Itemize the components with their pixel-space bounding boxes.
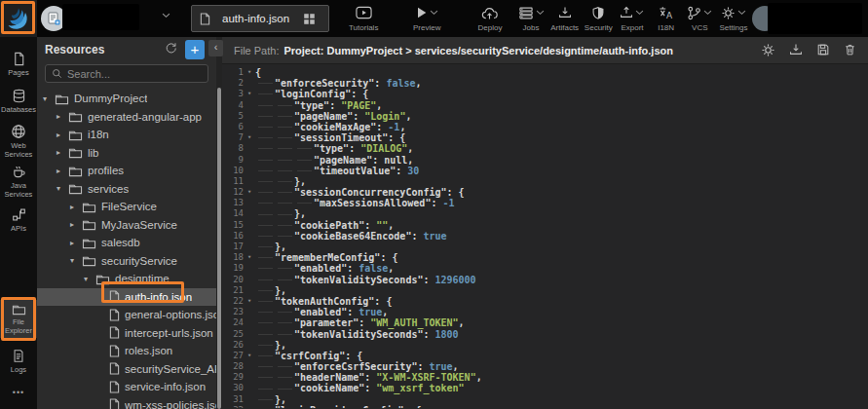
tree-expander-icon[interactable]: ▾ (70, 256, 82, 265)
tree-expander-icon[interactable]: ▸ (70, 220, 82, 229)
code-line: 6"cookieMaxAge": -1, (222, 122, 868, 132)
indent-guide (255, 361, 275, 372)
coffee-icon (12, 165, 26, 179)
file-icon (109, 326, 120, 339)
branch-icon (687, 6, 701, 20)
grid-icon[interactable] (303, 13, 316, 25)
sidebar-item-java-services[interactable]: Java Services (0, 162, 37, 202)
tree-item-label: salesdb (101, 237, 140, 248)
topbar-action-i18n[interactable]: AI18N (652, 4, 681, 32)
tree-expander-icon[interactable]: ▸ (57, 167, 68, 175)
fold-marker-icon[interactable]: ▾ (244, 89, 255, 99)
topbar-action-vcs[interactable]: VCS (685, 4, 714, 32)
topbar-action-artifacts[interactable]: Artifacts (550, 4, 580, 32)
topbar-action-settings[interactable]: Settings (719, 4, 748, 32)
topbar-action-group-left: TutorialsPreviewDeploy (349, 4, 505, 32)
tree-file-wm-xss-policies-json[interactable]: wm-xss-policies.json (37, 396, 216, 409)
indent-guide (275, 100, 294, 111)
topbar-action-label: Security (585, 23, 613, 32)
tree-folder-designtime[interactable]: ▾designtime (37, 270, 216, 288)
tree-file-roles-json[interactable]: roles.json (37, 342, 216, 360)
indent-guide (275, 111, 294, 122)
tree-file-securityservice-api-json[interactable]: securityService_API.json (37, 360, 216, 379)
tree-file-auth-info-json[interactable]: auth-info.json (37, 288, 216, 307)
tree-folder-fileservice[interactable]: ▸FileService (37, 198, 216, 216)
sidebar-item-apis[interactable]: APIs (0, 204, 37, 237)
collapse-panel-button[interactable]: ‹ (208, 40, 223, 56)
gear-icon[interactable] (761, 43, 775, 57)
app-logo[interactable] (0, 0, 37, 37)
indent-guide (255, 275, 275, 285)
tree-folder-salesdb[interactable]: ▸salesdb (37, 234, 216, 252)
search-input[interactable] (67, 68, 202, 80)
tree-expander-icon[interactable]: ▾ (57, 184, 68, 193)
panel-scrollbar[interactable] (216, 37, 222, 409)
fold-marker-icon[interactable]: ▾ (244, 405, 255, 408)
tree-file-general-options-json[interactable]: general-options.json (37, 306, 216, 324)
tree-expander-icon[interactable]: ▸ (57, 130, 68, 139)
save-icon[interactable] (816, 43, 830, 57)
sidebar-item-logs[interactable]: Logs (0, 346, 37, 378)
folder-icon (68, 165, 83, 177)
code-line: 13"maxSessionsAllowed": -1 (222, 198, 868, 208)
topbar-action-jobs[interactable]: Jobs (516, 4, 546, 32)
tree-expander-icon[interactable]: ▸ (70, 239, 82, 247)
folder-icon (95, 273, 110, 285)
open-file-tab[interactable]: auth-info.json (191, 5, 329, 32)
indent-guide (255, 122, 275, 132)
globe-icon (11, 124, 26, 139)
code-line: 15"cookiePath": "", (222, 220, 868, 231)
tree-folder-dummyproject[interactable]: ▾DummyProject (37, 90, 216, 108)
tree-expander-icon[interactable]: ▸ (57, 112, 68, 121)
fold-marker-icon[interactable]: ▾ (244, 252, 255, 263)
code-line: 20"tokenValiditySeconds": 1296000 (222, 275, 868, 285)
tree-folder-profiles[interactable]: ▸profiles (37, 162, 216, 180)
scrollbar-thumb[interactable] (217, 88, 221, 409)
add-resource-button[interactable]: + (185, 40, 205, 59)
topbar-action-security[interactable]: Security (584, 4, 613, 32)
topbar-action-tutorials[interactable]: Tutorials (349, 4, 378, 32)
tree-folder-myjavaservice[interactable]: ▸MyJavaService (37, 216, 216, 235)
folder-icon (55, 93, 69, 105)
tree-folder-services[interactable]: ▾services (37, 180, 216, 199)
sidebar-item-web-services[interactable]: Web Services (0, 121, 37, 162)
sidebar-item-file-explorer[interactable]: File Explorer (0, 300, 37, 338)
sidebar-item-pages[interactable]: Pages (0, 49, 37, 81)
fold-marker-icon[interactable]: ▾ (244, 132, 255, 143)
tree-file-service-info-json[interactable]: service-info.json (37, 378, 216, 396)
sidebar-item-databases[interactable]: Databases (0, 86, 37, 118)
line-number: 6 (222, 122, 244, 132)
topbar-action-export[interactable]: Export (618, 4, 647, 32)
tree-folder-i18n[interactable]: ▸i18n (37, 126, 216, 144)
fold-marker-icon[interactable]: ▾ (244, 296, 255, 307)
breadcrumb: Project: DummyProject > services/securit… (283, 45, 673, 56)
code-editor[interactable]: 1▾{2"enforceSecurity": false,3▾"loginCon… (222, 64, 868, 408)
folder-icon (82, 201, 96, 213)
folder-icon (82, 237, 96, 249)
tree-file-intercept-urls-json[interactable]: intercept-urls.json (37, 324, 216, 343)
fold-marker-icon[interactable]: ▾ (244, 187, 255, 198)
tree-expander-icon[interactable]: ▸ (57, 148, 68, 157)
code-line: 4"type": "PAGE", (222, 100, 868, 111)
indent-guide (275, 143, 294, 154)
tree-folder-lib[interactable]: ▸lib (37, 144, 216, 163)
tree-folder-generated-angular-app[interactable]: ▸generated-angular-app (37, 108, 216, 127)
topbar-action-preview[interactable]: Preview (412, 4, 441, 32)
download-icon[interactable] (789, 43, 803, 57)
indent-guide (275, 231, 294, 242)
topbar-action-deploy[interactable]: Deploy (475, 4, 505, 32)
more-options-button[interactable]: ••• (0, 388, 37, 397)
refresh-icon[interactable] (165, 42, 177, 55)
tree-folder-securityservice[interactable]: ▾securityService (37, 252, 216, 271)
tree-expander-icon[interactable]: ▾ (43, 94, 55, 103)
trash-icon[interactable] (844, 43, 856, 57)
indent-guide (255, 394, 275, 405)
line-number: 25 (222, 329, 244, 340)
chevron-down-icon[interactable] (162, 13, 170, 19)
fold-marker-icon[interactable]: ▾ (244, 67, 255, 78)
file-icon (109, 290, 120, 303)
fold-marker-icon[interactable]: ▾ (244, 351, 255, 361)
tree-expander-icon[interactable]: ▾ (84, 275, 95, 283)
tree-expander-icon[interactable]: ▸ (70, 203, 82, 211)
line-number: 23 (222, 307, 244, 317)
